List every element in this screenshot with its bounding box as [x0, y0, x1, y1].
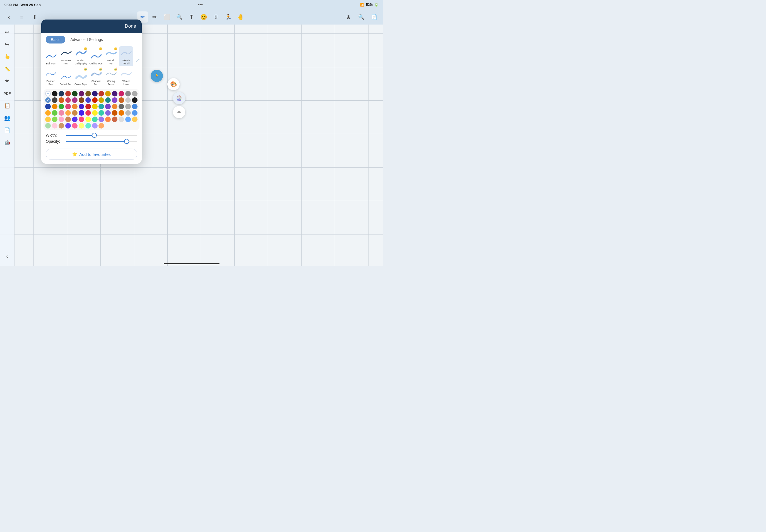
- brush-shadow-pen[interactable]: 👑 Shadow Pen: [89, 67, 103, 87]
- pages-button[interactable]: 📄: [368, 11, 379, 23]
- color-swatch-49[interactable]: [92, 110, 98, 116]
- color-swatch-26[interactable]: [125, 97, 131, 103]
- color-swatch-30[interactable]: [59, 104, 64, 109]
- color-swatch-29[interactable]: [52, 104, 57, 109]
- pencil-tool-button[interactable]: ✏: [149, 11, 160, 23]
- color-swatch-65[interactable]: [105, 117, 111, 122]
- color-swatch-61[interactable]: [79, 117, 84, 122]
- color-swatch-2[interactable]: [59, 91, 64, 96]
- list-button[interactable]: 📋: [2, 100, 13, 111]
- back-button[interactable]: ‹: [3, 11, 14, 23]
- finger-draw-button[interactable]: 👆: [2, 51, 13, 62]
- color-swatch-3[interactable]: [65, 91, 71, 96]
- color-swatch-16[interactable]: [59, 97, 64, 103]
- color-swatch-35[interactable]: [92, 104, 98, 109]
- color-swatch-4[interactable]: [72, 91, 78, 96]
- color-swatch-77[interactable]: [92, 123, 98, 129]
- brush-cover-tape[interactable]: 👑 Cover Tape: [74, 67, 88, 87]
- undo-button[interactable]: ↩: [2, 27, 13, 37]
- float-edit[interactable]: ✏: [173, 106, 185, 118]
- color-swatch-71[interactable]: [52, 123, 57, 129]
- float-color-wheel[interactable]: 🎨: [167, 78, 180, 90]
- color-swatch-8[interactable]: [98, 91, 104, 96]
- color-swatch-62[interactable]: [85, 117, 91, 122]
- color-swatch-73[interactable]: [65, 123, 71, 129]
- brush-outline-pen[interactable]: 👑 Outline Pen: [89, 46, 103, 66]
- hand-tool-button[interactable]: 🤚: [235, 11, 246, 23]
- opacity-slider[interactable]: [66, 141, 137, 142]
- color-swatch-58[interactable]: [59, 117, 64, 122]
- color-swatch-44[interactable]: [59, 110, 64, 116]
- float-palette[interactable]: 🎡: [173, 92, 185, 104]
- search-button[interactable]: 🔍: [356, 11, 367, 23]
- color-swatch-19[interactable]: [79, 97, 84, 103]
- move-tool-button[interactable]: 🏃: [223, 11, 234, 23]
- tab-basic[interactable]: Basic: [46, 36, 65, 43]
- color-swatch-27[interactable]: [132, 97, 137, 103]
- color-swatch-33[interactable]: [79, 104, 84, 109]
- ruler-button[interactable]: 📏: [2, 64, 13, 74]
- color-swatch-1[interactable]: [52, 91, 57, 96]
- color-swatch-63[interactable]: [92, 117, 98, 122]
- color-swatch-24[interactable]: [112, 97, 117, 103]
- color-swatch-15[interactable]: [52, 97, 57, 103]
- color-swatch-17[interactable]: [65, 97, 71, 103]
- add-button[interactable]: ⊕: [343, 11, 354, 23]
- color-swatch-9[interactable]: [105, 91, 111, 96]
- color-swatch-32[interactable]: [72, 104, 78, 109]
- pdf-button[interactable]: PDF: [2, 88, 13, 99]
- tab-advanced[interactable]: Advanced Settings: [65, 36, 108, 43]
- brush-ball-pen[interactable]: Ball Pen: [43, 46, 58, 66]
- brush-writing-pencil[interactable]: 👑 Writing Pencil: [104, 67, 118, 87]
- color-swatch-43[interactable]: [52, 110, 57, 116]
- color-swatch-40[interactable]: [125, 104, 131, 109]
- color-swatch-78[interactable]: [98, 123, 104, 129]
- color-swatch-53[interactable]: [119, 110, 124, 116]
- color-swatch-50[interactable]: [98, 110, 104, 116]
- color-swatch-0[interactable]: +: [45, 91, 51, 96]
- brush-dotted-pen[interactable]: Dotted Pen: [59, 67, 73, 87]
- brush-fountain-pen[interactable]: Fountain Pen: [59, 46, 73, 66]
- color-swatch-69[interactable]: [132, 117, 137, 122]
- color-swatch-20[interactable]: [85, 97, 91, 103]
- color-swatch-25[interactable]: [119, 97, 124, 103]
- redo-button[interactable]: ↪: [2, 39, 13, 50]
- emoji-tool-button[interactable]: 😊: [198, 11, 209, 23]
- color-swatch-14[interactable]: [45, 97, 51, 103]
- color-swatch-52[interactable]: [112, 110, 117, 116]
- brush-sketch-pencil[interactable]: Sketch Pencil: [119, 46, 133, 66]
- brush-extra-2[interactable]: ✦: [134, 67, 139, 87]
- color-swatch-23[interactable]: [105, 97, 111, 103]
- done-button[interactable]: Done: [125, 23, 136, 29]
- color-swatch-11[interactable]: [119, 91, 124, 96]
- color-swatch-76[interactable]: [85, 123, 91, 129]
- color-swatch-47[interactable]: [79, 110, 84, 116]
- color-swatch-48[interactable]: [85, 110, 91, 116]
- color-swatch-45[interactable]: [65, 110, 71, 116]
- color-swatch-60[interactable]: [72, 117, 78, 122]
- text-tool-button[interactable]: T: [186, 11, 197, 23]
- color-swatch-18[interactable]: [72, 97, 78, 103]
- color-swatch-57[interactable]: [52, 117, 57, 122]
- color-swatch-67[interactable]: [119, 117, 124, 122]
- color-swatch-64[interactable]: [98, 117, 104, 122]
- color-swatch-5[interactable]: [79, 91, 84, 96]
- color-swatch-39[interactable]: [119, 104, 124, 109]
- color-swatch-38[interactable]: [112, 104, 117, 109]
- color-swatch-28[interactable]: [45, 104, 51, 109]
- float-move[interactable]: 🏃: [151, 70, 163, 82]
- color-swatch-51[interactable]: [105, 110, 111, 116]
- color-swatch-46[interactable]: [72, 110, 78, 116]
- color-swatch-6[interactable]: [85, 91, 91, 96]
- color-swatch-31[interactable]: [65, 104, 71, 109]
- color-swatch-70[interactable]: [45, 123, 51, 129]
- brush-dashed-pen[interactable]: Dashed Pen: [43, 67, 58, 87]
- color-swatch-10[interactable]: [112, 91, 117, 96]
- lasso-tool-button[interactable]: 🔍: [174, 11, 185, 23]
- favorites-button[interactable]: ❤: [2, 76, 13, 86]
- brush-extra-1[interactable]: [134, 46, 139, 66]
- users-button[interactable]: 👥: [2, 113, 13, 123]
- brush-felt-tip[interactable]: 👑 Felt Tip Pen: [104, 46, 118, 66]
- color-swatch-37[interactable]: [105, 104, 111, 109]
- color-swatch-75[interactable]: [79, 123, 84, 129]
